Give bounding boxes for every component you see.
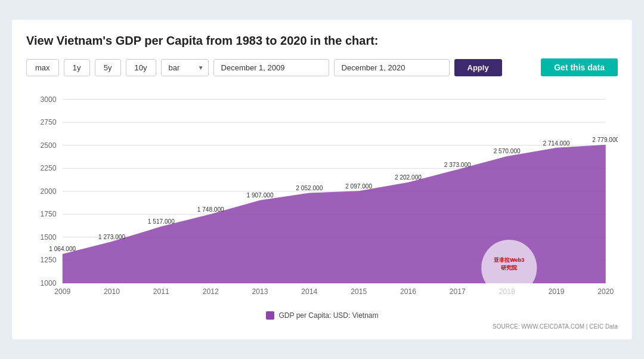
- x-label-2014: 2014: [301, 287, 317, 296]
- svg-text:2000: 2000: [41, 187, 57, 196]
- x-label-2010: 2010: [104, 287, 120, 296]
- period-10y-button[interactable]: 10y: [126, 59, 156, 76]
- date-end-input[interactable]: [334, 59, 450, 76]
- main-card: View Vietnam's GDP per Capita from 1983 …: [12, 20, 632, 339]
- label-2019: 2 714.000: [543, 140, 569, 147]
- chart-svg: 1000 1250 1500 1750 2000 2250 2500 2750 …: [26, 87, 618, 308]
- svg-text:1750: 1750: [41, 210, 57, 218]
- label-2013: 1 907.000: [247, 192, 274, 199]
- toolbar: max 1y 5y 10y bar line area ▼ Apply Get …: [26, 58, 618, 76]
- x-label-2012: 2012: [203, 287, 219, 296]
- watermark-line1: 亚非拉Web3: [494, 257, 524, 263]
- period-5y-button[interactable]: 5y: [95, 59, 121, 76]
- x-label-2017: 2017: [450, 287, 466, 296]
- label-2011: 1 517.000: [148, 218, 175, 225]
- label-2010: 1 273.000: [98, 234, 125, 240]
- chart-type-wrapper: bar line area ▼: [161, 59, 209, 76]
- x-label-2015: 2015: [351, 287, 367, 296]
- apply-button[interactable]: Apply: [454, 59, 502, 76]
- label-2009: 1 064.000: [49, 246, 76, 252]
- legend-label: GDP per Capita: USD: Vietnam: [279, 311, 379, 320]
- svg-text:2750: 2750: [41, 118, 57, 126]
- x-label-2019: 2019: [548, 287, 564, 296]
- label-2014: 2 052.000: [296, 185, 323, 191]
- svg-text:1500: 1500: [41, 233, 57, 242]
- svg-text:2500: 2500: [41, 141, 57, 150]
- label-2018: 2 570.000: [494, 148, 521, 154]
- legend-color-box: [266, 311, 274, 320]
- watermark-line2: 研究院: [500, 264, 518, 271]
- label-2020: 2 779.000: [592, 137, 618, 143]
- label-2016: 2 202.000: [395, 174, 422, 181]
- source-text: SOURCE: WWW.CEICDATA.COM | CEIC Data: [26, 323, 618, 330]
- svg-text:1250: 1250: [41, 256, 57, 264]
- chart-type-select[interactable]: bar line area: [161, 59, 209, 76]
- x-label-2020: 2020: [597, 287, 614, 296]
- page-title: View Vietnam's GDP per Capita from 1983 …: [26, 34, 618, 48]
- period-max-button[interactable]: max: [26, 59, 59, 76]
- chart-container: 1000 1250 1500 1750 2000 2250 2500 2750 …: [26, 87, 618, 308]
- chart-legend: GDP per Capita: USD: Vietnam: [26, 311, 618, 320]
- label-2015: 2 097.000: [345, 183, 372, 190]
- x-label-2011: 2011: [153, 287, 169, 296]
- svg-text:2250: 2250: [41, 164, 57, 172]
- x-label-2016: 2016: [400, 287, 416, 296]
- svg-text:3000: 3000: [41, 95, 57, 104]
- label-2012: 1 748.000: [197, 206, 224, 213]
- svg-text:1000: 1000: [41, 279, 57, 287]
- get-data-button[interactable]: Get this data: [541, 58, 618, 76]
- x-label-2013: 2013: [252, 287, 268, 296]
- period-1y-button[interactable]: 1y: [64, 59, 90, 76]
- date-start-input[interactable]: [213, 59, 329, 76]
- label-2017: 2 373.000: [444, 162, 471, 168]
- x-label-2009: 2009: [54, 287, 70, 296]
